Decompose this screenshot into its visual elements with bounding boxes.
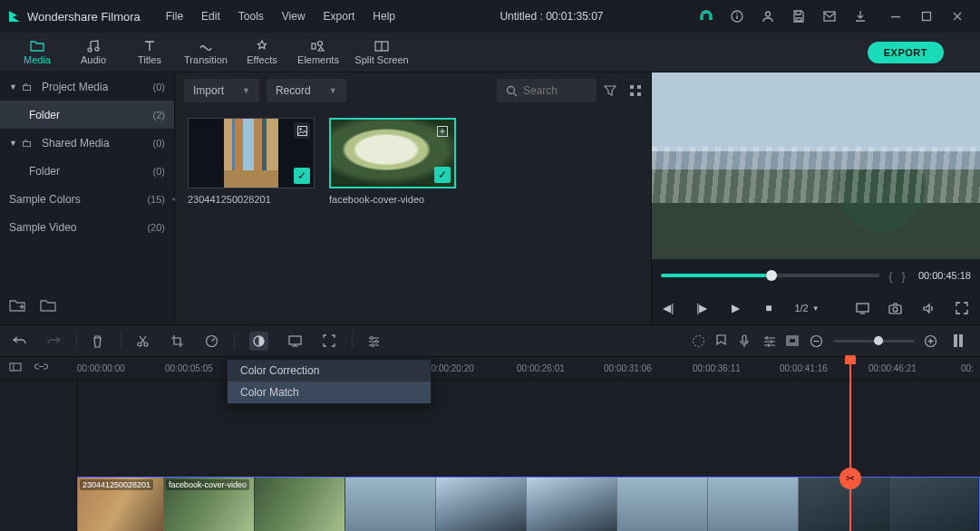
search-input[interactable] (523, 84, 577, 97)
add-icon[interactable] (434, 123, 451, 140)
audio-mixer-icon[interactable] (762, 335, 777, 347)
preview-viewport[interactable] (652, 72, 980, 259)
preview-timecode: 00:00:45:18 (918, 270, 971, 281)
prev-frame-button[interactable]: ◀| (661, 302, 676, 314)
sidebar-item-project-media[interactable]: ▼ 🗀 Project Media (0) (0, 72, 174, 101)
delete-button[interactable] (92, 334, 106, 348)
media-item-1[interactable]: ✓ 230441250028201 (188, 118, 315, 205)
folder-button[interactable] (40, 299, 56, 312)
tab-media[interactable]: Media (9, 34, 65, 71)
chevron-down-icon: ▼ (9, 139, 18, 148)
support-icon[interactable] (699, 9, 713, 24)
adjust-button[interactable] (367, 335, 382, 347)
close-button[interactable] (942, 5, 973, 27)
sidebar-item-folder-1[interactable]: Folder (2) (0, 101, 174, 129)
crop-button[interactable] (170, 334, 185, 347)
export-button[interactable]: EXPORT (868, 42, 944, 63)
playhead[interactable]: ✂ (849, 357, 851, 531)
new-folder-button[interactable] (9, 299, 25, 312)
tab-split-screen[interactable]: Split Screen (346, 34, 417, 71)
menu-item-color-match[interactable]: Color Match (228, 381, 431, 403)
menu-item-color-correction[interactable]: Color Correction (228, 360, 431, 381)
play-button[interactable]: ▶ (728, 302, 743, 314)
ruler-tick: 00:00:46:21 (868, 363, 917, 373)
zoom-slider[interactable] (833, 340, 915, 343)
chevron-down-icon: ▼ (9, 82, 18, 92)
voiceover-icon[interactable] (739, 334, 753, 348)
mark-in-icon[interactable]: { (888, 269, 892, 283)
display-settings-icon[interactable] (856, 303, 871, 314)
tab-effects[interactable]: Effects (234, 34, 290, 71)
svg-rect-9 (312, 43, 315, 49)
zoom-out-button[interactable] (810, 334, 824, 348)
green-screen-button[interactable] (288, 335, 303, 347)
render-preview-icon[interactable] (692, 334, 706, 348)
speed-button[interactable] (205, 334, 219, 348)
fullscreen-icon[interactable] (956, 302, 971, 314)
svg-rect-15 (630, 92, 634, 96)
sidebar-item-folder-2[interactable]: Folder (0) (0, 157, 174, 185)
scissors-icon[interactable]: ✂ (839, 468, 861, 489)
record-dropdown[interactable]: Record ▼ (267, 79, 346, 102)
zoom-in-button[interactable] (924, 334, 938, 348)
split-button[interactable] (136, 334, 150, 348)
marker-icon[interactable] (715, 334, 730, 348)
sidebar-item-sample-colors[interactable]: Sample Colors (15) (0, 185, 174, 213)
timeline-ruler[interactable]: ✂ 00:00:00:0000:00:05:0500:00:20:2000:00… (0, 357, 980, 381)
tab-titles[interactable]: Titles (121, 34, 178, 71)
menu-tools[interactable]: Tools (229, 6, 273, 26)
info-icon[interactable] (730, 9, 744, 24)
redo-button[interactable] (47, 335, 62, 347)
selected-check-icon: ✓ (294, 168, 310, 184)
account-icon[interactable] (761, 9, 775, 24)
folder-icon: 🗀 (22, 81, 36, 93)
svg-rect-6 (923, 13, 931, 21)
tab-audio[interactable]: Audio (65, 34, 121, 71)
sidebar-item-sample-video[interactable]: Sample Video (20) (0, 213, 174, 241)
next-frame-button[interactable]: |▶ (694, 302, 710, 314)
tab-transition[interactable]: Transition (178, 34, 234, 71)
snapshot-icon[interactable] (888, 303, 904, 314)
clip-label: facebook-cover-video (166, 479, 249, 490)
undo-button[interactable] (13, 335, 27, 347)
download-icon[interactable] (853, 9, 868, 24)
document-title: Untitled : 00:01:35:07 (404, 10, 699, 23)
stop-button[interactable]: ■ (762, 302, 777, 314)
volume-icon[interactable] (922, 303, 937, 314)
import-dropdown[interactable]: Import ▼ (184, 79, 259, 102)
search-box[interactable] (497, 79, 597, 102)
ripple-icon[interactable] (9, 361, 22, 373)
media-item-2[interactable]: ✓ facebook-cover-video (329, 118, 456, 205)
menu-file[interactable]: File (157, 6, 192, 26)
minimize-button[interactable] (880, 5, 911, 27)
save-icon[interactable] (791, 9, 806, 24)
menu-export[interactable]: Export (315, 6, 364, 26)
playback-speed-dropdown[interactable]: 1/2▼ (794, 303, 819, 314)
menu-view[interactable]: View (273, 6, 315, 26)
tab-audio-label: Audio (81, 54, 106, 65)
svg-point-12 (508, 86, 515, 93)
text-icon (143, 39, 156, 53)
timeline-tracks[interactable]: 230441250028201 facebook-cover-video (77, 381, 980, 531)
tab-elements[interactable]: Elements (290, 34, 346, 71)
thumbnail-image: ✓ (188, 118, 315, 188)
app-logo: Wondershare Filmora (7, 9, 141, 24)
menu-edit[interactable]: Edit (192, 6, 229, 26)
crop-zoom-button[interactable] (323, 334, 337, 347)
layout-icon[interactable] (786, 335, 800, 346)
menu-help[interactable]: Help (364, 6, 404, 26)
chevron-down-icon: ▼ (242, 86, 250, 95)
color-button[interactable] (249, 332, 268, 351)
preview-seek-slider[interactable] (661, 274, 879, 277)
music-icon (86, 39, 101, 53)
filter-icon[interactable] (604, 84, 616, 97)
link-icon[interactable] (34, 361, 48, 373)
ruler-tick: 00:00:41:16 (780, 363, 828, 373)
sidebar-item-shared-media[interactable]: ▼ 🗀 Shared Media (0) (0, 129, 174, 157)
mark-out-icon[interactable]: } (902, 269, 906, 283)
mail-icon[interactable] (822, 9, 837, 24)
maximize-button[interactable] (911, 5, 942, 27)
grid-view-icon[interactable] (629, 84, 642, 97)
zoom-fit-button[interactable] (953, 333, 967, 348)
tab-titles-label: Titles (138, 54, 161, 65)
